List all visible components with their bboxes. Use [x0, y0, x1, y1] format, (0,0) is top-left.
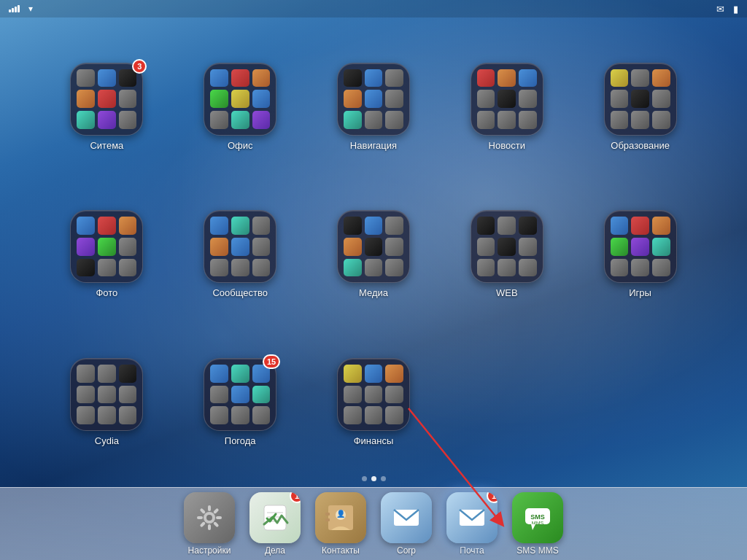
dock-badge-pochta: 1 [487, 492, 498, 503]
badge-pogoda: 15 [263, 354, 280, 369]
mini-app-1 [498, 217, 516, 235]
mini-app-7 [631, 259, 649, 277]
dock-app-dela[interactable]: 1Дела [249, 492, 301, 556]
folder-finansy[interactable]: Финансы [337, 358, 410, 446]
dock-icon-kontakty: 👤 [315, 492, 366, 543]
page-dot-2[interactable] [371, 476, 376, 481]
folder-cydia[interactable]: Cydia [70, 358, 143, 446]
mini-app-3 [210, 386, 228, 404]
mini-app-4 [498, 238, 516, 256]
mini-app-5 [252, 238, 271, 256]
mini-app-3 [77, 238, 95, 256]
mini-app-4 [498, 90, 516, 108]
folder-web[interactable]: WEB [471, 210, 543, 298]
mini-app-5 [252, 386, 271, 404]
mini-app-1 [98, 217, 116, 235]
mini-app-0 [344, 217, 362, 235]
dock-app-pochta[interactable]: 1Почта [446, 492, 498, 556]
status-right: ✉ ▮ [716, 4, 738, 15]
folder-ofis[interactable]: Офис [204, 63, 276, 151]
mini-app-6 [77, 259, 95, 277]
wifi-icon: ▾ [28, 4, 33, 14]
mini-app-4 [231, 238, 249, 256]
signal-bar-3 [15, 7, 17, 12]
dock-icon-pochta: 1 [446, 492, 498, 543]
app-grid: 3СитемаОфисНавигацияНовостиОбразованиеФо… [0, 22, 747, 487]
page-dots [0, 476, 747, 481]
mini-app-2 [252, 69, 271, 88]
mini-app-8 [252, 111, 271, 129]
signal-bar-1 [9, 9, 11, 12]
folder-pogoda[interactable]: 15Погода [204, 358, 276, 446]
dock-icon-nastroyki [184, 492, 235, 543]
mini-app-5 [385, 238, 403, 256]
mini-app-3 [477, 90, 495, 108]
mini-app-3 [344, 90, 362, 108]
mini-app-5 [385, 90, 403, 108]
signal-bar-4 [18, 5, 20, 12]
page-dot-1[interactable] [362, 476, 367, 481]
folder-label-navigacia: Навигация [350, 140, 397, 151]
battery-icon: ▮ [733, 4, 738, 15]
folder-label-soobshestvo: Сообщество [212, 287, 268, 298]
mini-app-7 [365, 111, 383, 129]
dock-label-pochta: Почта [460, 545, 484, 556]
folder-foto[interactable]: Фото [70, 210, 143, 298]
mini-app-1 [98, 365, 116, 383]
dock-app-corp[interactable]: Corp [381, 492, 432, 556]
folder-sistema[interactable]: 3Ситема [70, 63, 143, 151]
folder-label-pogoda: Погода [225, 435, 256, 446]
folder-media[interactable]: Медиа [337, 210, 410, 298]
dock-label-dela: Дела [265, 545, 285, 556]
mini-app-4 [631, 238, 649, 256]
mini-app-3 [611, 90, 629, 108]
mini-app-5 [252, 90, 271, 108]
folder-label-media: Медиа [359, 287, 388, 298]
badge-sistema: 3 [132, 59, 147, 74]
signal-bar-2 [12, 8, 14, 12]
mini-app-8 [519, 111, 537, 129]
folder-navigacia[interactable]: Навигация [337, 63, 410, 151]
mini-app-4 [631, 90, 649, 108]
dock-app-sms-mms[interactable]: SMSMMSSMS MMS [512, 492, 563, 556]
folder-obrazovanie[interactable]: Образование [604, 63, 677, 151]
mini-app-6 [210, 259, 228, 277]
folder-label-finansy: Финансы [354, 435, 394, 446]
mini-app-5 [119, 238, 137, 256]
mini-app-6 [477, 111, 495, 129]
page-dot-3[interactable] [381, 476, 386, 481]
folder-soobshestvo[interactable]: Сообщество [204, 210, 276, 298]
mini-app-1 [231, 69, 249, 88]
mini-app-7 [231, 406, 249, 424]
svg-text:👤: 👤 [336, 509, 346, 518]
mini-app-2 [385, 217, 403, 235]
mini-app-1 [631, 217, 649, 235]
dock-icon-dela: 1 [249, 492, 301, 543]
folder-igry[interactable]: Игры [604, 210, 677, 298]
mini-app-3 [77, 90, 95, 108]
dock-app-nastroyki[interactable]: Настройки [184, 492, 235, 556]
mini-app-3 [77, 386, 95, 404]
mini-app-2 [519, 217, 537, 235]
svg-text:SMS: SMS [530, 513, 545, 521]
status-bar: ▾ ✉ ▮ [0, 0, 747, 18]
dock-app-kontakty[interactable]: 👤Контакты [315, 492, 366, 556]
mini-app-1 [498, 69, 516, 88]
mini-app-0 [344, 365, 362, 383]
mini-app-3 [611, 238, 629, 256]
svg-rect-16 [325, 513, 330, 516]
folder-label-cydia: Cydia [95, 435, 119, 446]
dock-icon-sms-mms: SMSMMS [512, 492, 563, 543]
mini-app-4 [365, 386, 383, 404]
signal-bars-icon [9, 5, 20, 12]
mini-app-6 [77, 111, 95, 129]
folder-novosti[interactable]: Новости [471, 63, 543, 151]
dock-label-corp: Corp [397, 545, 416, 556]
folder-label-obrazovanie: Образование [611, 140, 670, 151]
mini-app-1 [631, 69, 649, 88]
mini-app-3 [210, 238, 228, 256]
folder-label-web: WEB [496, 287, 518, 298]
mini-app-0 [210, 217, 228, 235]
mini-app-1 [365, 69, 383, 88]
mini-app-3 [344, 386, 362, 404]
